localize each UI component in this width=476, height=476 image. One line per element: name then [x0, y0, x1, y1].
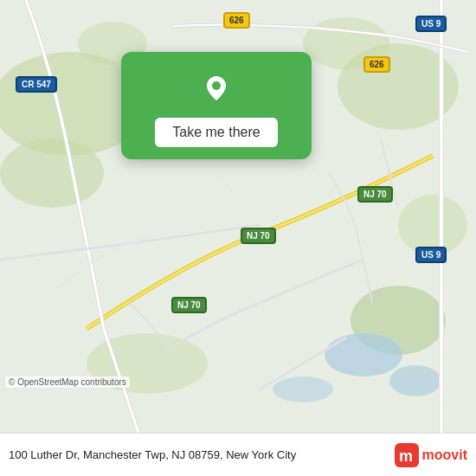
- svg-point-11: [273, 376, 333, 402]
- address-text: 100 Luther Dr, Manchester Twp, NJ 08759,…: [9, 448, 395, 461]
- road-label-cr626-top: 626: [223, 12, 250, 29]
- svg-point-10: [389, 365, 441, 396]
- location-pin-icon: [196, 68, 237, 109]
- road-label-cr626-right: 626: [363, 56, 390, 73]
- moovit-logo: m moovit: [395, 443, 467, 467]
- road-label-nj70-bottom: NJ 70: [171, 297, 207, 313]
- road-label-nj70-right: NJ 70: [357, 186, 393, 203]
- svg-point-9: [325, 333, 402, 376]
- moovit-brand-text: moovit: [422, 447, 467, 463]
- bottom-bar: 100 Luther Dr, Manchester Twp, NJ 08759,…: [0, 433, 476, 476]
- road-label-us9-bottom: US 9: [415, 247, 447, 263]
- map-container: CR 547 US 9 626 626 NJ 70 NJ 70 NJ 70 US…: [0, 0, 476, 433]
- road-label-us9-top: US 9: [415, 16, 447, 32]
- road-label-cr547: CR 547: [16, 76, 57, 93]
- moovit-icon: m: [395, 443, 419, 467]
- map-attribution: © OpenStreetMap contributors: [5, 376, 130, 388]
- location-card: Take me there: [121, 52, 312, 159]
- svg-point-13: [212, 81, 221, 90]
- svg-text:m: m: [399, 447, 413, 465]
- take-me-there-button[interactable]: Take me there: [155, 118, 277, 147]
- svg-point-2: [0, 138, 104, 208]
- road-label-nj70-center: NJ 70: [241, 228, 276, 244]
